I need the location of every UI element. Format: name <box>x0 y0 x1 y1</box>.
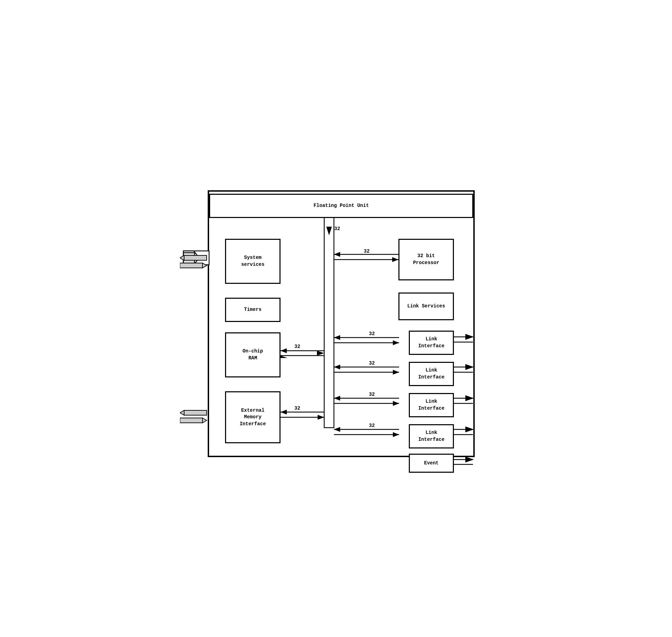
processor-label: 32 bitProcessor <box>413 253 439 266</box>
event-label: Event <box>424 460 439 467</box>
fpu-block: Floating Point Unit <box>209 194 473 218</box>
link-interface-2-block: LinkInterface <box>409 362 454 386</box>
link-interface-1-label: LinkInterface <box>418 336 445 349</box>
svg-rect-64 <box>184 410 207 415</box>
timers-block: Timers <box>225 298 281 322</box>
fpu-label: Floating Point Unit <box>313 202 369 209</box>
link-services-block: Link Services <box>398 293 454 320</box>
svg-marker-67 <box>203 418 207 423</box>
processor-block: 32 bitProcessor <box>398 239 454 280</box>
link-interface-3-block: LinkInterface <box>409 393 454 417</box>
svg-marker-13 <box>183 253 199 265</box>
on-chip-ram-block: On-chipRAM <box>225 332 281 377</box>
link-interface-1-block: LinkInterface <box>409 331 454 355</box>
timers-label: Timers <box>244 306 261 313</box>
diagram-container: 32 32 <box>180 169 492 468</box>
svg-rect-62 <box>180 263 203 268</box>
link-interface-4-label: LinkInterface <box>418 429 445 443</box>
ext-memory-label: ExternalMemoryInterface <box>240 407 266 428</box>
link-interface-4-block: LinkInterface <box>409 424 454 448</box>
link-interface-2-label: LinkInterface <box>418 367 445 381</box>
system-services-block: Systemservices <box>225 239 281 284</box>
svg-marker-12 <box>183 251 199 265</box>
link-interface-3-label: LinkInterface <box>418 398 445 412</box>
svg-marker-61 <box>180 255 184 260</box>
ext-memory-block: ExternalMemoryInterface <box>225 391 281 443</box>
svg-marker-65 <box>180 410 184 415</box>
svg-rect-60 <box>184 255 207 260</box>
event-block: Event <box>409 454 454 473</box>
svg-rect-66 <box>180 418 203 423</box>
svg-rect-11 <box>183 251 209 265</box>
link-services-label: Link Services <box>407 303 445 310</box>
ram-label: On-chipRAM <box>243 348 263 361</box>
system-services-label: Systemservices <box>241 254 264 268</box>
svg-marker-63 <box>203 263 207 268</box>
